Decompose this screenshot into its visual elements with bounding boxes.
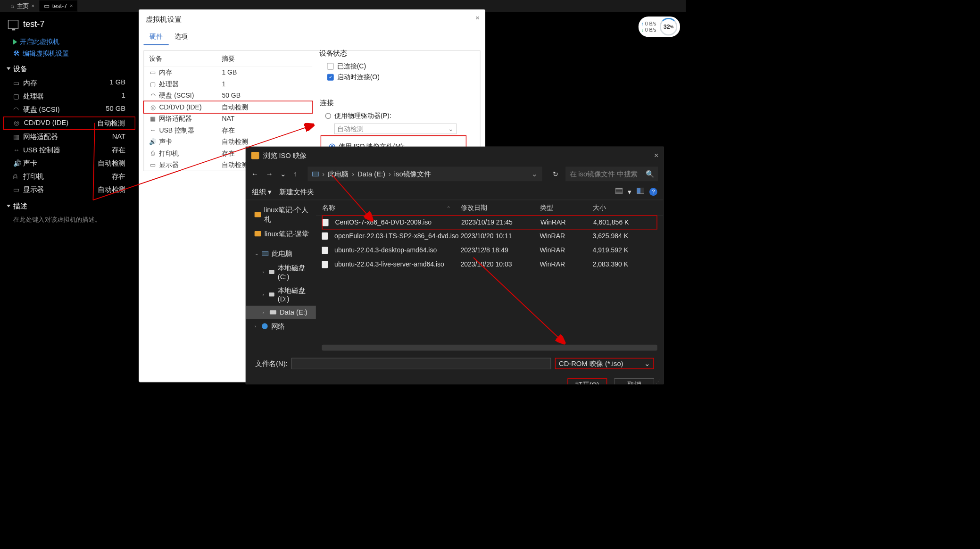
col-name[interactable]: 名称 bbox=[322, 203, 335, 212]
file-row[interactable]: ubuntu-22.04.3-live-server-amd64.iso2023… bbox=[316, 257, 663, 271]
play-icon bbox=[13, 39, 17, 44]
hardware-row[interactable]: ▭内存1 GB bbox=[144, 67, 312, 78]
sidebar-drive-e[interactable]: ›Data (E:) bbox=[246, 306, 316, 319]
file-row[interactable]: CentOS-7-x86_64-DVD-2009.iso2023/10/19 2… bbox=[322, 215, 657, 229]
file-icon bbox=[323, 219, 329, 226]
device-value: 自动检测 bbox=[222, 137, 248, 146]
file-type: WinRAR bbox=[540, 260, 593, 268]
refresh-icon[interactable]: ↻ bbox=[553, 170, 558, 178]
chevron-right-icon[interactable]: › bbox=[255, 324, 258, 329]
sidebar-drive-c[interactable]: ›本地磁盘 (C:) bbox=[246, 261, 316, 283]
vm-title-row: test-7 bbox=[0, 15, 139, 36]
poweron-checkbox[interactable]: ✓ 启动时连接(O) bbox=[327, 73, 460, 82]
devices-header[interactable]: 设备 bbox=[0, 59, 139, 76]
device-value: 自动检测 bbox=[222, 103, 248, 112]
path-pc[interactable]: 此电脑 bbox=[328, 169, 349, 179]
col-size[interactable]: 大小 bbox=[593, 203, 657, 212]
file-row[interactable]: openEuler-22.03-LTS-SP2-x86_64-dvd.iso20… bbox=[316, 229, 663, 243]
up-icon[interactable]: ↑ bbox=[293, 170, 297, 178]
device-icon: ▦ bbox=[149, 116, 156, 122]
list-view-icon[interactable] bbox=[615, 188, 623, 194]
chevron-down-icon[interactable]: ▾ bbox=[628, 188, 631, 196]
pct-unit: % bbox=[670, 25, 673, 29]
sidebar-folder[interactable]: linux笔记-个人札 bbox=[246, 203, 316, 226]
device-row[interactable]: ◎CD/DVD (IDE)自动检测 bbox=[3, 116, 135, 130]
sidebar-drive-d[interactable]: ›本地磁盘 (D:) bbox=[246, 283, 316, 306]
chevron-right-icon[interactable]: › bbox=[263, 269, 266, 274]
tab-hardware[interactable]: 硬件 bbox=[144, 29, 169, 45]
path-bar[interactable]: › 此电脑 › Data (E:) › iso镜像文件 ⌄ bbox=[307, 167, 542, 182]
chevron-down-icon[interactable]: ⌄ bbox=[532, 170, 538, 178]
col-summary: 摘要 bbox=[222, 54, 235, 63]
organize-button[interactable]: 组织 ▾ bbox=[252, 187, 271, 197]
new-folder-button[interactable]: 新建文件夹 bbox=[279, 187, 314, 197]
close-icon[interactable]: × bbox=[654, 151, 659, 160]
path-drive[interactable]: Data (E:) bbox=[357, 170, 385, 178]
hardware-row[interactable]: 🔊声卡自动检测 bbox=[144, 136, 312, 148]
vmware-icon bbox=[251, 152, 259, 159]
tab-home[interactable]: ⌂ 主页 × bbox=[6, 0, 40, 12]
tab-options[interactable]: 选项 bbox=[169, 29, 194, 45]
scrollbar[interactable] bbox=[322, 345, 657, 351]
edit-vm-link[interactable]: 🛠 编辑虚拟机设置 bbox=[0, 48, 139, 59]
search-input[interactable]: 在 iso镜像文件 中搜索 🔍 bbox=[565, 167, 658, 182]
device-row[interactable]: ▦网络适配器NAT bbox=[0, 131, 139, 144]
file-type-select[interactable]: CD-ROM 映像 (*.iso) ⌄ bbox=[555, 358, 654, 369]
desc-header[interactable]: 描述 bbox=[0, 197, 139, 214]
path-folder[interactable]: iso镜像文件 bbox=[394, 169, 431, 179]
close-icon[interactable]: × bbox=[475, 14, 480, 22]
recent-icon[interactable]: ⌄ bbox=[280, 170, 286, 178]
device-row[interactable]: 🔊声卡自动检测 bbox=[0, 157, 139, 170]
open-button[interactable]: 打开(O) bbox=[567, 378, 607, 384]
desc-header-label: 描述 bbox=[13, 201, 28, 211]
device-row[interactable]: ▢处理器1 bbox=[0, 90, 139, 103]
chevron-right-icon[interactable]: › bbox=[263, 310, 266, 315]
file-buttons: 打开(O) 取消 bbox=[246, 375, 664, 384]
desc-placeholder[interactable]: 在此处键入对该虚拟机的描述。 bbox=[0, 214, 139, 226]
close-icon[interactable]: × bbox=[70, 3, 73, 9]
device-row[interactable]: ▭内存1 GB bbox=[0, 76, 139, 90]
pc-icon bbox=[312, 172, 319, 176]
device-name: 声卡 bbox=[23, 159, 37, 167]
file-size: 3,625,984 K bbox=[593, 232, 657, 240]
file-icon bbox=[322, 232, 328, 239]
filename-input[interactable] bbox=[291, 358, 551, 369]
chevron-right-icon[interactable]: › bbox=[263, 292, 266, 297]
tab-vm[interactable]: ▭ test-7 × bbox=[39, 0, 77, 12]
col-date[interactable]: 修改日期 bbox=[461, 203, 540, 212]
col-type[interactable]: 类型 bbox=[540, 203, 593, 212]
preview-icon[interactable] bbox=[637, 188, 644, 194]
hardware-row[interactable]: ▦网络适配器NAT bbox=[144, 113, 312, 125]
sidebar-network[interactable]: ›网络 bbox=[246, 319, 316, 333]
dialog-title: 虚拟机设置 bbox=[139, 9, 485, 29]
device-row[interactable]: ◠硬盘 (SCSI)50 GB bbox=[0, 103, 139, 116]
device-row[interactable]: ▭显示器自动检测 bbox=[0, 183, 139, 197]
resize-grip-icon[interactable]: ⋰ bbox=[656, 381, 662, 383]
start-vm-link[interactable]: 开启此虚拟机 bbox=[0, 36, 139, 48]
back-icon[interactable]: ← bbox=[251, 170, 258, 178]
chevron-down-icon[interactable]: ⌄ bbox=[255, 251, 258, 256]
hardware-row[interactable]: ◎CD/DVD (IDE)自动检测 bbox=[143, 101, 313, 114]
cpu-pct-circle: 32% bbox=[660, 18, 678, 36]
device-row[interactable]: ↔USB 控制器存在 bbox=[0, 144, 139, 157]
help-icon[interactable]: ? bbox=[649, 188, 657, 196]
file-size: 4,919,592 K bbox=[593, 246, 657, 254]
physical-drive-select[interactable]: 自动检测 ⌄ bbox=[334, 124, 457, 134]
hardware-row[interactable]: ▢处理器1 bbox=[144, 78, 312, 90]
device-name: CD/DVD (IDE) bbox=[159, 103, 201, 111]
connected-checkbox[interactable]: 已连接(C) bbox=[327, 62, 460, 71]
device-icon: ▭ bbox=[149, 162, 156, 168]
sidebar-this-pc[interactable]: ⌄此电脑 bbox=[246, 246, 316, 261]
file-row[interactable]: ubuntu-22.04.3-desktop-amd64.iso2023/12/… bbox=[316, 243, 663, 257]
device-row[interactable]: ⎙打印机存在 bbox=[0, 170, 139, 183]
hardware-row[interactable]: ◠硬盘 (SCSI)50 GB bbox=[144, 90, 312, 101]
cancel-button[interactable]: 取消 bbox=[615, 378, 654, 384]
close-icon[interactable]: × bbox=[31, 3, 34, 9]
sb-label: 本地磁盘 (C:) bbox=[278, 264, 311, 281]
physical-drive-radio[interactable]: 使用物理驱动器(P): bbox=[325, 111, 462, 120]
forward-icon[interactable]: → bbox=[266, 170, 273, 178]
hardware-row[interactable]: ↔USB 控制器存在 bbox=[144, 125, 312, 136]
sidebar-folder[interactable]: linux笔记-课堂 bbox=[246, 226, 316, 241]
network-widget[interactable]: ↑ 0 B/s ↓ 0 B/s 32% bbox=[639, 17, 680, 37]
file-date: 2023/12/8 18:49 bbox=[461, 246, 540, 254]
